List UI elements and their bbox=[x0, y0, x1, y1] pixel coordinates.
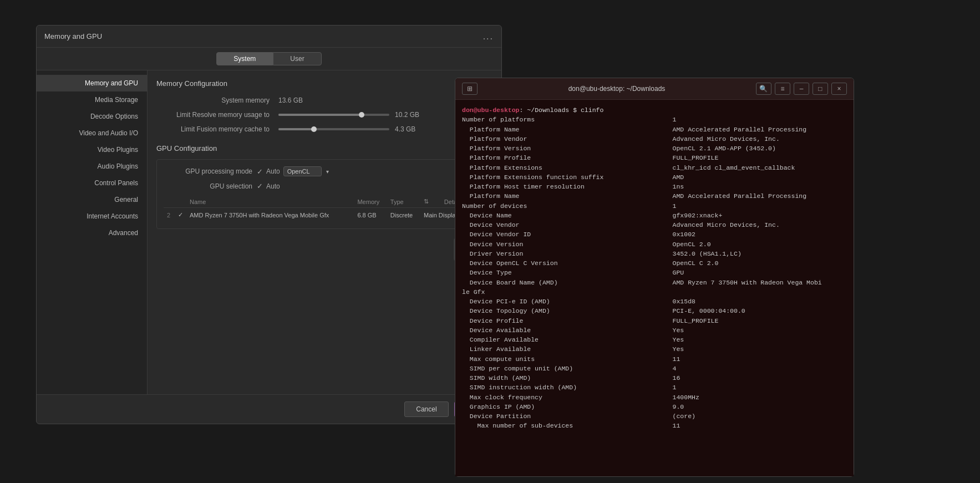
system-memory-row: System memory 13.6 GB bbox=[156, 96, 492, 104]
gpu-table-col-sort: ⇅ bbox=[420, 196, 441, 208]
limit-fusion-value: 4.3 GB bbox=[395, 125, 423, 133]
terminal-menu-button[interactable]: ≡ bbox=[775, 83, 790, 95]
sidebar-item-audio-plugins[interactable]: Audio Plugins bbox=[37, 158, 147, 175]
terminal-line: Device Partition (core) bbox=[462, 411, 847, 421]
gpu-processing-label: GPU processing mode bbox=[164, 167, 252, 175]
sidebar-item-advanced[interactable]: Advanced bbox=[37, 225, 147, 241]
terminal-line: Platform Extensions cl_khr_icd cl_amd_ev… bbox=[462, 163, 847, 172]
terminal-line: Platform Name AMD Accelerated Parallel P… bbox=[462, 191, 847, 201]
terminal-line: Number of platforms 1 bbox=[462, 115, 847, 124]
terminal-line: Device Vendor Advanced Micro Devices, In… bbox=[462, 220, 847, 230]
sidebar-item-decode-options[interactable]: Decode Options bbox=[37, 108, 147, 125]
limit-resolve-slider-thumb[interactable] bbox=[359, 112, 364, 118]
limit-fusion-slider-fill bbox=[278, 128, 314, 130]
gpu-row-num: 2 bbox=[164, 208, 175, 222]
terminal-line: Device Board Name (AMD) AMD Ryzen 7 3750… bbox=[462, 278, 847, 287]
gpu-row-name: AMD Ryzen 7 3750H with Radeon Vega Mobil… bbox=[186, 208, 354, 222]
settings-menu-button[interactable]: ... bbox=[483, 32, 494, 42]
limit-fusion-slider-container: 4.3 GB bbox=[278, 125, 423, 133]
limit-fusion-slider-track[interactable] bbox=[278, 128, 389, 130]
terminal-line: Device Profile FULL_PROFILE bbox=[462, 316, 847, 326]
terminal-line: Max number of sub-devices 11 bbox=[462, 421, 847, 430]
limit-fusion-slider-thumb[interactable] bbox=[311, 126, 317, 132]
limit-resolve-row: Limit Resolve memory usage to 10.2 GB bbox=[156, 111, 492, 119]
terminal-line: Device Available Yes bbox=[462, 326, 847, 335]
terminal-maximize-button[interactable]: □ bbox=[813, 83, 828, 95]
gpu-processing-dropdown[interactable]: OpenCL CUDA Metal bbox=[283, 166, 322, 176]
gpu-processing-row: GPU processing mode ✓ Auto OpenCL CUDA M… bbox=[164, 166, 485, 176]
tab-system[interactable]: System bbox=[216, 52, 273, 65]
terminal-body: don@ubu-desktop: ~/Downloads $ clinfo Nu… bbox=[455, 100, 854, 476]
gpu-table-col-type: Type bbox=[387, 196, 420, 208]
sidebar-item-media-storage[interactable]: Media Storage bbox=[37, 91, 147, 108]
close-icon: × bbox=[837, 85, 841, 93]
terminal-search-button[interactable]: 🔍 bbox=[756, 83, 771, 95]
gpu-processing-auto-text: Auto bbox=[266, 167, 280, 175]
cancel-button[interactable]: Cancel bbox=[404, 401, 448, 417]
gpu-table-row: 2 ✓ AMD Ryzen 7 3750H with Radeon Vega M… bbox=[164, 208, 485, 222]
sidebar-item-internet-accounts[interactable]: Internet Accounts bbox=[37, 208, 147, 225]
bookmark-icon: ⊞ bbox=[467, 85, 473, 93]
sidebar-item-control-panels[interactable]: Control Panels bbox=[37, 175, 147, 191]
terminal-line: Max clock frequency 1400MHz bbox=[462, 393, 847, 402]
terminal-line: Device Name gfx902:xnack+ bbox=[462, 211, 847, 220]
terminal-line: Device Type GPU bbox=[462, 268, 847, 277]
terminal-title: don@ubu-desktop: ~/Downloads bbox=[568, 85, 666, 93]
terminal-window: ⊞ don@ubu-desktop: ~/Downloads 🔍 ≡ – □ ×… bbox=[455, 78, 854, 477]
limit-resolve-slider-track[interactable] bbox=[278, 114, 389, 116]
dropdown-chevron-icon: ▾ bbox=[326, 169, 329, 175]
sidebar-item-video-audio[interactable]: Video and Audio I/O bbox=[37, 125, 147, 141]
limit-fusion-label: Limit Fusion memory cache to bbox=[156, 125, 278, 133]
sidebar-item-video-plugins[interactable]: Video Plugins bbox=[37, 141, 147, 158]
terminal-output-container: Number of platforms 1 Platform Name AMD … bbox=[462, 115, 847, 430]
limit-resolve-value: 10.2 GB bbox=[395, 111, 423, 119]
terminal-line: Max compute units 11 bbox=[462, 354, 847, 364]
terminal-controls: 🔍 ≡ – □ × bbox=[756, 83, 847, 95]
limit-resolve-label: Limit Resolve memory usage to bbox=[156, 111, 278, 119]
terminal-line: Linker Available Yes bbox=[462, 344, 847, 354]
settings-titlebar: Memory and GPU ... bbox=[37, 26, 501, 48]
terminal-line: Device Version OpenCL 2.0 bbox=[462, 240, 847, 249]
terminal-close-button[interactable]: × bbox=[831, 83, 847, 95]
terminal-line: Platform Host timer resolution 1ns bbox=[462, 182, 847, 191]
hamburger-icon: ≡ bbox=[780, 85, 784, 93]
limit-resolve-slider-fill bbox=[278, 114, 362, 116]
gpu-table-col-name: Name bbox=[186, 196, 354, 208]
terminal-minimize-button[interactable]: – bbox=[794, 83, 809, 95]
terminal-line: SIMD width (AMD) 16 bbox=[462, 373, 847, 383]
settings-window: Memory and GPU ... System User Memory an… bbox=[36, 25, 502, 424]
gpu-processing-check-icon[interactable]: ✓ bbox=[257, 167, 263, 176]
terminal-bookmark-button[interactable]: ⊞ bbox=[462, 83, 478, 95]
gpu-table-col-check bbox=[175, 196, 186, 208]
terminal-line: Driver Version 3452.0 (HSA1.1,LC) bbox=[462, 249, 847, 258]
gpu-row-type: Discrete bbox=[387, 208, 420, 222]
maximize-icon: □ bbox=[818, 85, 822, 93]
memory-section-title: Memory Configuration bbox=[156, 79, 492, 88]
terminal-prompt-user: don@ubu-desktop bbox=[462, 106, 520, 114]
terminal-line: Number of devices 1 bbox=[462, 201, 847, 211]
terminal-line: Platform Vendor Advanced Micro Devices, … bbox=[462, 134, 847, 144]
terminal-titlebar: ⊞ don@ubu-desktop: ~/Downloads 🔍 ≡ – □ × bbox=[455, 78, 854, 100]
settings-window-title: Memory and GPU bbox=[44, 32, 102, 40]
gpu-selection-check-icon[interactable]: ✓ bbox=[257, 182, 263, 190]
settings-tabs: System User bbox=[37, 48, 501, 70]
search-icon: 🔍 bbox=[759, 85, 768, 93]
gpu-row-memory: 6.8 GB bbox=[354, 208, 387, 222]
terminal-line: Platform Name AMD Accelerated Parallel P… bbox=[462, 125, 847, 134]
gpu-table-col-num bbox=[164, 196, 175, 208]
gpu-table: Name Memory Type ⇅ Details 2 ✓ AMD Ryzen… bbox=[164, 196, 485, 222]
terminal-line: Platform Extensions function suffix AMD bbox=[462, 172, 847, 182]
gpu-section-title: GPU Configuration bbox=[156, 144, 492, 152]
sidebar-item-memory-gpu[interactable]: Memory and GPU bbox=[37, 75, 147, 91]
minimize-icon: – bbox=[800, 85, 804, 93]
terminal-line: Compiler Available Yes bbox=[462, 335, 847, 344]
tab-user[interactable]: User bbox=[273, 52, 321, 65]
terminal-line: le Gfx bbox=[462, 287, 847, 297]
sidebar-item-general[interactable]: General bbox=[37, 191, 147, 208]
gpu-row-check[interactable]: ✓ bbox=[175, 208, 186, 222]
terminal-line: Device PCI-e ID (AMD) 0x15d8 bbox=[462, 297, 847, 306]
gpu-selection-label: GPU selection bbox=[164, 182, 252, 190]
terminal-line: Device OpenCL C Version OpenCL C 2.0 bbox=[462, 258, 847, 268]
gpu-processing-checkbox-wrapper: ✓ Auto OpenCL CUDA Metal ▾ bbox=[257, 166, 329, 176]
settings-sidebar: Memory and GPU Media Storage Decode Opti… bbox=[37, 70, 148, 394]
